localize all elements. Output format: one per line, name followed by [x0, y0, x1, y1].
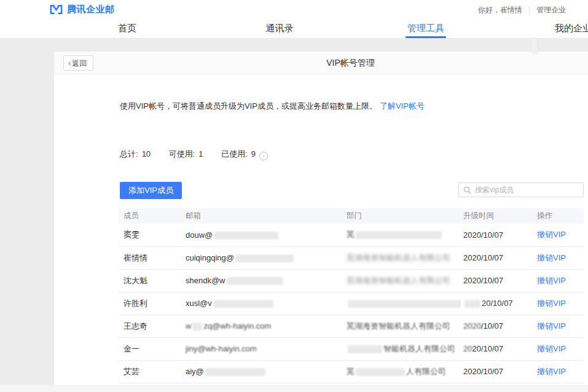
- intro-text: 使用VIP帐号，可将普通成员升级为VIP成员，或提高业务邮箱数量上限。了解VIP…: [120, 101, 425, 112]
- member-name-cell: 王志奇: [119, 315, 183, 337]
- email-cell: aiy@: [183, 360, 344, 383]
- cell-text: 2020/10/07: [463, 253, 503, 262]
- back-button[interactable]: ‹返回: [63, 55, 93, 71]
- cell-text: 智能机器人有限公司: [383, 344, 455, 353]
- upgrade-time-cell: 2020/10/07: [461, 224, 535, 246]
- action-cell: 撤销VIP: [535, 315, 584, 337]
- learn-vip-link[interactable]: 了解VIP帐号: [380, 101, 425, 111]
- search-box[interactable]: [458, 182, 584, 197]
- upgrade-time-cell: 2020/10/07: [461, 315, 535, 337]
- email-cell: shendk@w: [183, 269, 344, 292]
- email-cell: wzq@wh-haiyin.com: [183, 315, 344, 337]
- revoke-vip-link[interactable]: 撤销VIP: [537, 321, 566, 331]
- toolbar: 添加VIP成员: [120, 182, 581, 198]
- redacted-blur: [205, 368, 265, 376]
- action-cell: 撤销VIP: [535, 337, 584, 360]
- cell-text: 人有限公司: [406, 367, 446, 376]
- member-name-cell: 崔情情: [119, 246, 183, 269]
- table-row: 许胜利xusl@v20/10/07撤销VIP: [119, 292, 584, 315]
- tab-home[interactable]: 首页: [118, 19, 136, 38]
- page-background: VIP帐号管理 ‹返回 使用VIP帐号，可将普通成员升级为VIP成员，或提高业务…: [0, 39, 588, 392]
- table-row: 艾芸aiy@芜人有限公司2020/10/07撤销VIP: [119, 360, 584, 383]
- cell-text: xusl@v: [186, 299, 212, 308]
- member-name-cell: 窦雯: [119, 224, 183, 246]
- cell-text: 2020/10/07: [463, 230, 503, 240]
- column-header: 部门: [344, 208, 461, 224]
- stat-available: 可使用:1: [169, 149, 203, 159]
- info-icon[interactable]: [259, 152, 268, 160]
- redacted-blur: [235, 254, 294, 262]
- redacted-blur: [356, 368, 405, 376]
- redacted-blur: [213, 300, 273, 308]
- redacted-blur: [465, 300, 480, 308]
- table-row: 金一jiny@wh-haiyin.com智能机器人有限公司2020/10/07撤…: [119, 337, 584, 360]
- cell-text: 芜湖海资智能机器人有限公司: [347, 276, 450, 285]
- table-row: 崔情情cuiqingqing@芜湖海资智能机器人有限公司2020/10/07撤销…: [119, 246, 584, 269]
- member-name-cell: 艾芸: [119, 360, 183, 383]
- department-cell: [344, 292, 461, 315]
- search-input[interactable]: [475, 184, 581, 196]
- cell-text: shendk@w: [186, 276, 225, 285]
- column-header: 升级时间: [461, 208, 535, 224]
- user-area: 你好，崔情情|管理企业: [478, 5, 588, 15]
- search-icon: [463, 186, 471, 196]
- divider: |: [528, 6, 530, 14]
- exmail-logo-icon: [49, 4, 63, 15]
- cell-text: cuiqingqing@: [186, 253, 234, 262]
- email-cell: xusl@v: [183, 292, 344, 315]
- table-row: 窦雯douw@芜2020/10/07撤销VIP: [119, 224, 584, 246]
- upgrade-time-cell: 2020/10/07: [461, 360, 535, 383]
- panel-titlebar: VIP帐号管理 ‹返回: [54, 52, 588, 74]
- brand-title: 腾讯企业邮: [67, 4, 115, 15]
- cell-text: w: [186, 321, 191, 331]
- cell-text: 20/10/07: [482, 299, 513, 308]
- brand[interactable]: 腾讯企业邮: [49, 4, 115, 15]
- intro-sentence: 使用VIP帐号，可将普通成员升级为VIP成员，或提高业务邮箱数量上限。: [120, 101, 377, 111]
- cell-text: 芜: [347, 367, 355, 376]
- cell-text: douw@: [186, 230, 213, 240]
- revoke-vip-link[interactable]: 撤销VIP: [537, 253, 566, 262]
- tab-my-enterprise[interactable]: 我的企业: [555, 19, 588, 38]
- revoke-vip-link[interactable]: 撤销VIP: [537, 299, 566, 308]
- top-brand-bar: 腾讯企业邮 你好，崔情情|管理企业: [0, 0, 588, 19]
- column-header: 成员: [119, 208, 183, 224]
- table-body: 窦雯douw@芜2020/10/07撤销VIP崔情情cuiqingqing@芜湖…: [119, 224, 584, 383]
- redacted-blur: [227, 277, 283, 285]
- email-cell: jiny@wh-haiyin.com: [183, 337, 344, 360]
- scrollbar-thumb[interactable]: [531, 37, 538, 54]
- department-cell: 芜湖海资智能机器人有限公司: [344, 315, 461, 337]
- cell-text: 芜: [347, 230, 355, 239]
- revoke-vip-link[interactable]: 撤销VIP: [537, 230, 566, 239]
- revoke-vip-link[interactable]: 撤销VIP: [537, 367, 566, 376]
- chevron-left-icon: ‹: [68, 58, 71, 68]
- cell-text: 20: [463, 344, 472, 353]
- redacted-blur: [192, 323, 202, 331]
- stats-row: 总计:10 可使用:1 已使用:9: [120, 149, 284, 160]
- member-name-cell: 许胜利: [119, 292, 183, 315]
- manage-enterprise-link[interactable]: 管理企业: [536, 6, 566, 14]
- bottom-strip: [0, 385, 588, 392]
- cell-text: 2020: [463, 321, 481, 331]
- upgrade-time-cell: 2020/10/07: [461, 269, 535, 292]
- cell-text: /10/07: [481, 321, 503, 331]
- table-header-row: 成员邮箱部门升级时间操作: [119, 208, 584, 224]
- redacted-blur: [214, 232, 278, 240]
- upgrade-time-cell: 20/10/07: [461, 292, 535, 315]
- tab-contacts[interactable]: 通讯录: [266, 19, 294, 38]
- department-cell: 芜湖海资智能机器人有限公司: [344, 269, 461, 292]
- cell-text: 芜湖海资智能机器人有限公司: [347, 321, 450, 331]
- cell-text: aiy@: [186, 367, 204, 376]
- cell-text: 2020/10/07: [463, 276, 503, 285]
- member-name-cell: 金一: [119, 337, 183, 360]
- tab-admin-tools[interactable]: 管理工具: [407, 19, 444, 38]
- page-title: VIP帐号管理: [54, 52, 588, 74]
- back-label: 返回: [72, 59, 87, 68]
- cell-text: 2020/10/07: [463, 367, 503, 376]
- revoke-vip-link[interactable]: 撤销VIP: [537, 344, 566, 353]
- redacted-blur: [348, 345, 382, 353]
- main-nav: 首页 通讯录 管理工具 我的企业: [0, 19, 588, 39]
- stat-total: 总计:10: [120, 149, 151, 159]
- upgrade-time-cell: 2020/10/07: [461, 246, 535, 269]
- revoke-vip-link[interactable]: 撤销VIP: [537, 276, 566, 285]
- add-vip-member-button[interactable]: 添加VIP成员: [120, 182, 182, 199]
